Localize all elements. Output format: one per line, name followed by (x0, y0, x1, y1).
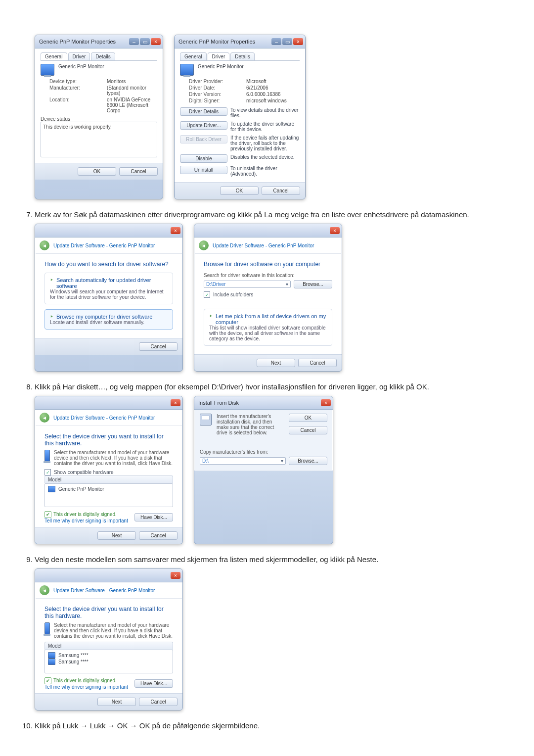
signing-info-link[interactable]: Tell me why driver signing is important (44, 684, 128, 690)
close-icon[interactable]: × (293, 38, 303, 45)
cancel-button[interactable]: Cancel (139, 698, 178, 706)
copy-path-dropdown[interactable]: D:\▾ (200, 457, 286, 465)
close-icon[interactable]: × (151, 38, 161, 45)
monitor-icon (44, 450, 50, 462)
tab-general[interactable]: General (180, 52, 207, 60)
tab-general[interactable]: General (41, 52, 67, 60)
breadcrumb: Update Driver Software - Generic PnP Mon… (53, 588, 155, 593)
device-status-box: This device is working properly. (41, 122, 157, 157)
wizard-heading: Select the device driver you want to ins… (44, 433, 173, 447)
step-10: Klikk på Lukk → Lukk → OK → OK på de påf… (35, 721, 514, 730)
breadcrumb: Update Driver Software - Generic PnP Mon… (213, 243, 314, 248)
tab-driver[interactable]: Driver (208, 52, 230, 60)
next-button[interactable]: Next (257, 359, 295, 367)
close-icon[interactable]: × (171, 227, 180, 234)
value-driver-version: 6.0.6000.16386 (246, 92, 300, 97)
include-subfolders-checkbox[interactable]: ✓Include subfolders (204, 291, 332, 298)
wizard-heading: Browse for driver software on your compu… (204, 261, 332, 268)
update-driver-browse-window: × ◄ Update Driver Software - Generic PnP… (194, 224, 342, 372)
cancel-button[interactable]: Cancel (139, 342, 178, 351)
list-item[interactable]: Generic PnP Monitor (48, 486, 170, 492)
uninstall-desc: To uninstall the driver (Advanced). (230, 166, 300, 177)
ok-button[interactable]: OK (289, 414, 327, 422)
driver-signed-status: ✔This driver is digitally signed. (44, 677, 128, 684)
roll-back-driver-button: Roll Back Driver (180, 135, 227, 143)
value-driver-date: 6/21/2006 (246, 85, 300, 91)
step-9: Velg den neste modellen som samsvarer me… (35, 555, 514, 710)
close-icon[interactable]: × (171, 399, 180, 406)
roll-back-driver-desc: If the device fails after updating the d… (230, 135, 300, 151)
wizard-hint: Select the manufacturer and model of you… (54, 622, 173, 639)
update-driver-search-window: × ◄ Update Driver Software - Generic PnP… (35, 224, 183, 372)
browse-button[interactable]: Browse... (289, 457, 327, 465)
back-icon[interactable]: ◄ (199, 240, 209, 250)
device-header: Generic PnP Monitor (58, 64, 104, 69)
next-button[interactable]: Next (97, 698, 136, 706)
step-8: Klikk på Har diskett…, og velg mappen (f… (35, 382, 514, 544)
minimize-icon[interactable]: – (129, 38, 139, 45)
breadcrumb: Update Driver Software - Generic PnP Mon… (53, 243, 155, 248)
label-driver-version: Driver Version: (189, 92, 243, 97)
driver-details-button[interactable]: Driver Details (180, 107, 227, 116)
install-from-disk-dialog: Install From Disk × Insert the manufactu… (194, 396, 333, 544)
close-icon[interactable]: × (321, 399, 331, 406)
search-path-dropdown[interactable]: D:\Driver▾ (204, 281, 291, 288)
cancel-button[interactable]: Cancel (139, 531, 178, 540)
list-item[interactable]: Samsung **** (48, 652, 170, 659)
cancel-button[interactable]: Cancel (262, 187, 300, 195)
back-icon[interactable]: ◄ (40, 240, 49, 250)
update-driver-button[interactable]: Update Driver... (180, 121, 227, 130)
value-driver-provider: Microsoft (246, 79, 300, 84)
ok-button[interactable]: OK (220, 187, 259, 195)
cancel-button[interactable]: Cancel (289, 426, 327, 434)
window-title: Generic PnP Monitor Properties (178, 39, 255, 45)
option-pick-from-list[interactable]: Let me pick from a list of device driver… (204, 309, 332, 346)
dialog-message: Insert the manufacturer's installation d… (217, 414, 284, 435)
monitor-properties-general-window: Generic PnP Monitor Properties – ▭ × Gen… (35, 35, 163, 199)
have-disk-button[interactable]: Have Disk... (134, 513, 173, 521)
window-title: Install From Disk (198, 400, 239, 406)
label-driver-date: Driver Date: (189, 85, 243, 91)
option-browse-computer[interactable]: Browse my computer for driver software L… (44, 309, 173, 330)
tab-driver[interactable]: Driver (68, 52, 90, 60)
model-header: Model (44, 475, 173, 483)
model-list[interactable]: Generic PnP Monitor (44, 483, 173, 507)
show-compatible-checkbox[interactable]: ✓Show compatible hardware (44, 469, 173, 475)
cancel-button[interactable]: Cancel (298, 359, 337, 367)
ok-button[interactable]: OK (78, 167, 116, 176)
select-model-window: × ◄ Update Driver Software - Generic PnP… (35, 568, 183, 710)
have-disk-button[interactable]: Have Disk... (134, 679, 173, 688)
value-location: on NVIDIA GeForce 6600 LE (Microsoft Cor… (107, 97, 157, 113)
tab-details[interactable]: Details (91, 52, 115, 60)
disable-button[interactable]: Disable (180, 154, 227, 163)
back-icon[interactable]: ◄ (40, 585, 49, 595)
next-button[interactable]: Next (97, 531, 136, 540)
label-driver-provider: Driver Provider: (189, 79, 243, 84)
value-manufacturer: (Standard monitor types) (107, 85, 157, 96)
model-list[interactable]: Samsung **** Samsung **** (44, 650, 173, 673)
close-icon[interactable]: × (330, 227, 340, 234)
uninstall-button[interactable]: Uninstall (180, 166, 227, 174)
label-digital-signer: Digital Signer: (189, 98, 243, 103)
browse-button[interactable]: Browse... (294, 280, 332, 288)
copy-from-label: Copy manufacturer's files from: (200, 449, 327, 455)
list-item[interactable]: Samsung **** (48, 659, 170, 665)
label-location: Location: (49, 97, 104, 113)
back-icon[interactable]: ◄ (40, 413, 49, 423)
device-header: Generic PnP Monitor (198, 64, 244, 69)
value-device-type: Monitors (107, 79, 157, 84)
signing-info-link[interactable]: Tell me why driver signing is important (44, 518, 128, 523)
option-search-auto[interactable]: Search automatically for updated driver … (44, 273, 173, 304)
maximize-icon[interactable]: ▭ (282, 38, 292, 45)
wizard-heading: Select the device driver you want to ins… (44, 606, 173, 619)
monitor-icon (44, 622, 50, 634)
tab-details[interactable]: Details (230, 52, 255, 60)
close-icon[interactable]: × (171, 572, 180, 579)
cancel-button[interactable]: Cancel (119, 167, 158, 176)
model-header: Model (44, 642, 173, 650)
label-manufacturer: Manufacturer: (49, 85, 104, 96)
minimize-icon[interactable]: – (271, 38, 281, 45)
monitor-icon (41, 64, 54, 76)
driver-details-desc: To view details about the driver files. (230, 107, 300, 118)
maximize-icon[interactable]: ▭ (140, 38, 150, 45)
